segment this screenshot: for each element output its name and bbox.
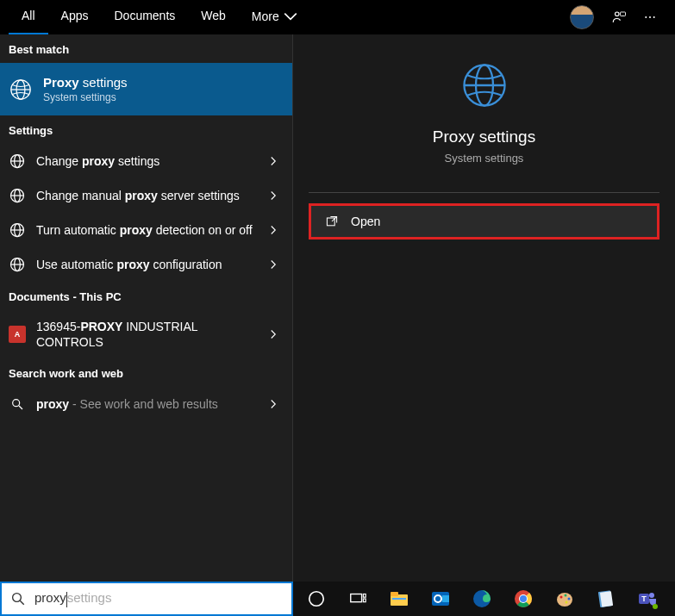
paint-icon[interactable] [553,588,576,610]
result-text-pre: Use automatic [36,258,116,271]
taskbar: T [293,582,675,616]
search-icon [10,591,26,607]
svg-point-24 [13,594,22,602]
result-text-pre: Turn automatic [36,223,120,237]
taskview-icon[interactable] [347,588,369,610]
chevron-down-icon [283,9,298,24]
divider [309,192,659,193]
result-text-post: settings [115,154,159,168]
user-avatar[interactable] [570,5,594,29]
cortana-icon[interactable] [305,588,328,610]
notepad-icon[interactable] [595,588,617,610]
result-text-bold: proxy [125,189,158,202]
open-button[interactable]: Open [309,203,659,240]
svg-rect-22 [327,218,334,226]
explorer-icon[interactable] [388,588,410,610]
more-options-icon[interactable]: ⋯ [644,10,658,24]
search-tabs-bar: All Apps Documents Web More ⋯ [0,0,675,34]
chevron-right-icon [268,225,278,235]
result-text-bold: PROXY [80,320,122,333]
search-typed-text: proxy [34,590,66,605]
result-text-post: detection on or off [153,223,253,237]
svg-rect-32 [392,598,406,600]
settings-result-manual-proxy[interactable]: Change manual proxy server settings [0,178,292,213]
svg-line-18 [19,406,22,409]
result-text-pre: 136945- [36,320,80,333]
chevron-right-icon [268,156,278,166]
svg-point-42 [560,596,563,599]
tab-all[interactable]: All [9,0,48,35]
svg-point-0 [616,12,620,16]
section-documents: Documents - This PC [0,282,292,310]
tab-more-label: More [252,9,279,23]
section-settings: Settings [0,115,292,144]
result-text-pre: Change [36,154,82,168]
search-input-container[interactable]: proxysettings [0,582,293,616]
result-text-bold: proxy [116,258,149,271]
search-icon [10,397,24,411]
chevron-right-icon [268,259,278,270]
globe-icon [9,256,26,273]
section-best-match: Best match [0,34,292,63]
result-text-post: server settings [158,189,240,202]
chrome-icon[interactable] [512,588,534,610]
best-match-result[interactable]: Proxy settings System settings [0,63,292,115]
result-text-post: - See work and web results [69,397,218,411]
result-text-pre: Change manual [36,189,125,202]
result-text-post: configuration [150,258,222,271]
svg-point-51 [653,604,658,609]
pdf-icon: A [9,326,26,343]
edge-icon[interactable] [471,588,493,610]
preview-subtitle: System settings [293,152,675,165]
globe-icon [9,78,33,102]
svg-rect-29 [363,599,366,602]
teams-icon[interactable]: T [636,588,659,610]
result-text-bold: proxy [82,154,115,168]
svg-point-43 [565,594,567,597]
svg-line-25 [20,600,24,605]
svg-point-50 [649,593,654,598]
best-match-text: Proxy settings System settings [43,75,128,103]
svg-rect-27 [351,594,362,602]
svg-rect-28 [363,594,366,598]
top-right-controls: ⋯ [570,5,666,29]
tab-apps[interactable]: Apps [48,0,102,35]
chevron-right-icon [268,329,278,339]
person-chat-icon[interactable] [611,9,627,25]
svg-point-17 [13,400,20,407]
search-ghost-text: settings [67,590,112,605]
globe-icon [9,221,26,239]
globe-icon [9,187,26,204]
svg-rect-31 [391,592,398,596]
settings-result-auto-config[interactable]: Use automatic proxy configuration [0,247,292,282]
tab-more[interactable]: More [239,0,311,35]
svg-point-44 [568,598,571,600]
search-input[interactable]: proxysettings [34,590,283,607]
open-icon [325,215,339,228]
best-match-title-rest: settings [79,75,128,90]
tabs-container: All Apps Documents Web More [9,0,311,35]
workweb-result-proxy[interactable]: proxy - See work and web results [0,387,292,421]
svg-text:T: T [641,594,647,603]
preview-panel: Proxy settings System settings Open [293,34,675,582]
document-result-proxy-pdf[interactable]: A 136945-PROXY INDUSTRIAL CONTROLS [0,310,292,358]
preview-header: Proxy settings System settings [293,60,675,182]
svg-point-26 [309,592,324,607]
globe-icon [459,60,509,110]
preview-title: Proxy settings [293,128,675,146]
chevron-right-icon [268,399,278,409]
best-match-subtitle: System settings [43,91,128,103]
main-content: Best match Proxy settings System setting… [0,34,675,582]
chevron-right-icon [268,190,278,201]
settings-result-auto-detection[interactable]: Turn automatic proxy detection on or off [0,213,292,247]
svg-point-45 [566,601,568,604]
open-button-label: Open [351,215,380,228]
settings-result-change-proxy[interactable]: Change proxy settings [0,144,292,178]
tab-documents[interactable]: Documents [101,0,188,35]
result-text-bold: proxy [36,397,69,411]
svg-point-40 [520,595,527,602]
results-panel: Best match Proxy settings System setting… [0,34,293,582]
outlook-icon[interactable] [429,588,452,610]
svg-rect-47 [600,591,613,607]
tab-web[interactable]: Web [188,0,239,35]
